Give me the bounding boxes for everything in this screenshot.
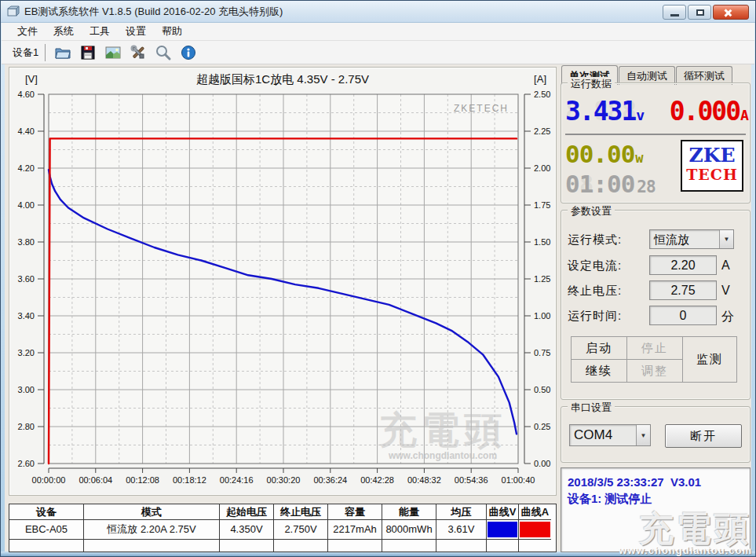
export-image-button[interactable] bbox=[102, 42, 124, 63]
run-data-group-label: 运行数据 bbox=[568, 77, 615, 91]
save-icon bbox=[79, 44, 97, 61]
zketech-logo: ZKE TECH bbox=[681, 140, 743, 192]
title-bar: EB测试系统软件 V1.8.5 (Build 2016-02-20 充电头特别版… bbox=[1, 1, 755, 23]
mode-label: 运行模式: bbox=[568, 233, 622, 247]
col-end-voltage: 终止电压 bbox=[274, 504, 328, 520]
display-divider bbox=[565, 134, 746, 135]
chevron-down-icon[interactable]: ▼ bbox=[636, 425, 650, 445]
svg-text:01:00:40: 01:00:40 bbox=[502, 475, 535, 485]
app-icon bbox=[6, 5, 20, 18]
menu-help[interactable]: 帮助 bbox=[154, 22, 190, 41]
adjust-button[interactable]: 调整 bbox=[626, 359, 683, 383]
window-title: EB测试系统软件 V1.8.5 (Build 2016-02-20 充电头特别版… bbox=[24, 5, 283, 19]
svg-text:2.50: 2.50 bbox=[534, 90, 550, 99]
curve-v-swatch bbox=[488, 522, 517, 537]
svg-text:00:24:16: 00:24:16 bbox=[220, 475, 254, 485]
start-button[interactable]: 启动 bbox=[571, 336, 627, 360]
svg-text:00:18:12: 00:18:12 bbox=[173, 475, 206, 485]
maximize-icon bbox=[696, 9, 704, 16]
serial-group-label: 串口设置 bbox=[568, 401, 615, 415]
run-time-input[interactable]: 0 bbox=[649, 306, 717, 325]
com-port-select[interactable]: COM4 ▼ bbox=[569, 424, 651, 446]
about-icon bbox=[180, 44, 197, 61]
serial-port-group: 串口设置 COM4 ▼ 断开 bbox=[561, 406, 751, 463]
svg-text:00:42:28: 00:42:28 bbox=[360, 475, 394, 485]
disconnect-button[interactable]: 断开 bbox=[665, 424, 742, 448]
col-avg-voltage: 均压 bbox=[436, 504, 487, 520]
svg-text:2.25: 2.25 bbox=[534, 126, 550, 136]
open-file-icon bbox=[54, 44, 71, 61]
continue-button[interactable]: 继续 bbox=[571, 359, 627, 383]
table-empty-row bbox=[9, 540, 556, 552]
discharge-chart: 4.604.404.204.003.803.603.403.203.002.80… bbox=[9, 88, 557, 493]
svg-text:2.00: 2.00 bbox=[534, 163, 550, 173]
about-button[interactable] bbox=[177, 42, 199, 63]
menu-file[interactable]: 文件 bbox=[9, 22, 46, 41]
svg-text:充電頭: 充電頭 bbox=[378, 409, 506, 451]
cutoff-voltage-input[interactable]: 2.75 bbox=[649, 280, 717, 300]
cell-mode: 恒流放 2.20A 2.75V bbox=[84, 520, 220, 540]
curve-a-swatch bbox=[520, 522, 550, 537]
menu-system[interactable]: 系统 bbox=[46, 22, 82, 41]
svg-text:00:48:32: 00:48:32 bbox=[407, 475, 441, 485]
set-current-input[interactable]: 2.20 bbox=[649, 255, 717, 275]
chevron-down-icon[interactable]: ▼ bbox=[719, 230, 733, 248]
cell-capacity: 2217mAh bbox=[328, 520, 382, 540]
status-box: 2018/3/5 23:33:27 V3.01 设备1: 测试停止 bbox=[561, 467, 751, 552]
open-file-button[interactable] bbox=[52, 42, 74, 63]
elapsed-time-display: 88:8801:0028 bbox=[565, 170, 656, 198]
close-button[interactable] bbox=[713, 5, 749, 20]
svg-text:00:12:08: 00:12:08 bbox=[126, 475, 159, 485]
maximize-button[interactable] bbox=[688, 5, 711, 20]
zoom-button[interactable] bbox=[152, 42, 174, 63]
table-header-row: 设备 模式 起始电压 终止电压 容量 能量 均压 曲线V 曲线A bbox=[9, 504, 556, 520]
settings-tools-button[interactable] bbox=[127, 42, 149, 63]
svg-text:ZKETECH: ZKETECH bbox=[454, 103, 509, 114]
status-timestamp: 2018/3/5 23:33:27 V3.01 bbox=[568, 474, 743, 490]
parameters-group-label: 参数设置 bbox=[568, 204, 615, 218]
results-table: 设备 模式 起始电压 终止电压 容量 能量 均压 曲线V 曲线A EBC-A05… bbox=[9, 504, 557, 552]
cutoff-voltage-label: 终止电压: bbox=[568, 284, 622, 299]
toolbar: 设备1 bbox=[2, 41, 754, 64]
svg-text:00:36:24: 00:36:24 bbox=[313, 475, 347, 485]
voltage-display: 8.8883.431v bbox=[565, 96, 643, 126]
stop-button[interactable]: 停止 bbox=[626, 336, 683, 360]
monitor-button[interactable]: 监测 bbox=[682, 336, 737, 383]
col-capacity: 容量 bbox=[328, 504, 382, 520]
svg-text:4.40: 4.40 bbox=[18, 126, 35, 136]
export-image-icon bbox=[104, 44, 122, 61]
chart-title: 超越版国标1C放电 4.35V - 2.75V bbox=[9, 72, 556, 87]
cell-energy: 8000mWh bbox=[382, 520, 436, 540]
window-frame-left bbox=[1, 23, 5, 556]
svg-text:0.00: 0.00 bbox=[534, 459, 550, 468]
mode-select[interactable]: 恒流放 ▼ bbox=[649, 229, 734, 249]
svg-text:3.00: 3.00 bbox=[18, 385, 35, 394]
chart-header: [V] 超越版国标1C放电 4.35V - 2.75V [A] bbox=[9, 68, 556, 88]
minimize-button[interactable] bbox=[663, 5, 686, 20]
set-current-label: 设定电流: bbox=[568, 258, 622, 273]
run-time-unit: 分 bbox=[721, 309, 734, 325]
window-controls bbox=[661, 5, 749, 20]
right-axis-unit: [A] bbox=[534, 73, 546, 85]
svg-text:3.20: 3.20 bbox=[18, 348, 35, 357]
svg-text:1.75: 1.75 bbox=[534, 200, 550, 210]
svg-text:1.25: 1.25 bbox=[534, 274, 550, 284]
cell-avg-voltage: 3.61V bbox=[436, 520, 487, 540]
run-data-group: 运行数据 8.8883.431v 8.8880.000A 88.8800.00w… bbox=[561, 82, 751, 203]
svg-text:1.50: 1.50 bbox=[534, 237, 550, 247]
right-panel: 单次测试 自动测试 循环测试 运行数据 8.8883.431v 8.8880.0… bbox=[560, 65, 753, 554]
svg-text:00:30:20: 00:30:20 bbox=[267, 475, 301, 485]
run-time-label: 运行时间: bbox=[568, 309, 622, 324]
svg-text:00:54:36: 00:54:36 bbox=[455, 475, 488, 485]
cutoff-voltage-unit: V bbox=[721, 284, 730, 298]
table-row[interactable]: EBC-A05 恒流放 2.20A 2.75V 4.350V 2.750V 22… bbox=[9, 520, 556, 540]
menu-tools[interactable]: 工具 bbox=[82, 22, 118, 41]
control-buttons: 启动 停止 监测 继续 调整 bbox=[571, 336, 736, 382]
svg-text:4.20: 4.20 bbox=[18, 163, 35, 173]
svg-text:4.00: 4.00 bbox=[18, 200, 35, 210]
svg-text:00:06:04: 00:06:04 bbox=[79, 475, 112, 485]
save-button[interactable] bbox=[77, 42, 99, 63]
device-tab[interactable]: 设备1 bbox=[11, 42, 43, 63]
svg-text:0.50: 0.50 bbox=[534, 385, 550, 394]
menu-settings[interactable]: 设置 bbox=[118, 22, 154, 41]
